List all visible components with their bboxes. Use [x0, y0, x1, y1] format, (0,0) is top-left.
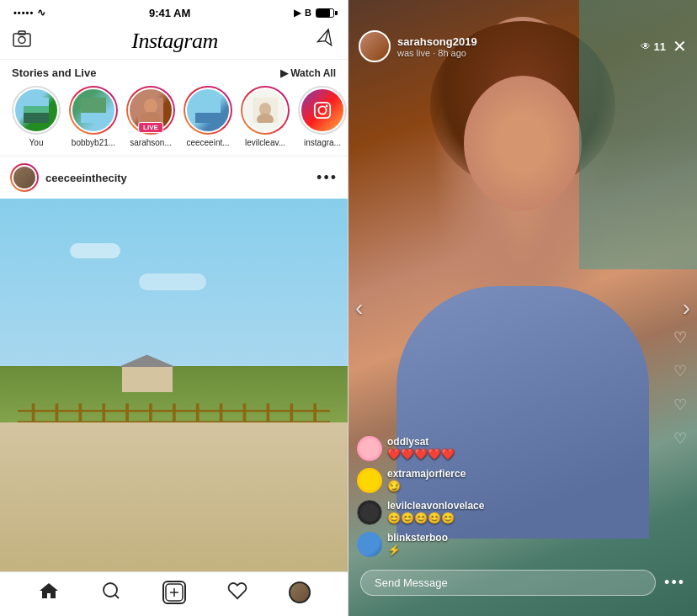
right-panel: sarahsong2019 was live · 8h ago 👁 11 ✕ ‹… — [348, 0, 697, 616]
svg-point-20 — [326, 105, 328, 108]
svg-rect-14 — [195, 113, 221, 123]
bottom-nav — [0, 571, 348, 616]
live-nav-left-button[interactable]: ‹ — [355, 295, 363, 321]
story-avatar-wrap-bobby — [69, 86, 118, 135]
story-avatar-wrap-instagram — [298, 86, 347, 135]
wifi-icon: ∿ — [37, 7, 45, 19]
story-username-ceecee: ceeceeint... — [186, 138, 229, 147]
story-username-sarah: sarahson... — [130, 138, 171, 147]
comment-avatar-2 — [357, 468, 382, 493]
status-time: 9:41 AM — [149, 7, 190, 19]
battery-icon — [316, 8, 334, 18]
stories-header: Stories and Live ▶ Watch All — [0, 60, 348, 82]
send-message-input[interactable]: Send Message — [360, 570, 656, 596]
comment-msg-3: 😊😊😊😊😊 — [387, 512, 484, 524]
story-item-bobby[interactable]: bobbyb21... — [69, 86, 118, 147]
story-username-instagram: instagra... — [304, 138, 341, 147]
story-item-you[interactable]: You — [12, 86, 61, 147]
heart-3: ♡ — [673, 396, 687, 414]
signal-dots: ••••• — [13, 8, 34, 18]
svg-rect-7 — [24, 106, 49, 113]
post-header: ceeceeinthecity ••• — [0, 156, 348, 199]
live-badge-sarah: LIVE — [138, 122, 163, 133]
comment-text-4: blinksterboo ⚡ — [387, 532, 448, 556]
cloud2 — [139, 273, 206, 290]
status-bar: ••••• ∿ 9:41 AM ▶ B — [0, 0, 348, 24]
live-status: was live · 8h ago — [397, 48, 477, 58]
story-avatar-ceecee — [185, 88, 231, 133]
story-avatar-you — [13, 88, 59, 133]
story-avatar-wrap-you — [12, 86, 61, 135]
post-user: ceeceeinthecity — [10, 163, 127, 192]
post-avatar-ring — [10, 163, 39, 192]
comment-user-1: oddlysat — [387, 436, 455, 448]
story-item-levil[interactable]: levilcleav... — [241, 86, 290, 147]
post-username[interactable]: ceeceeinthecity — [45, 172, 127, 184]
comment-avatar-4 — [357, 532, 382, 557]
story-item-sarah[interactable]: LIVE sarahson... — [126, 86, 175, 147]
home-nav-button[interactable] — [38, 581, 60, 604]
heart-nav-button[interactable] — [227, 581, 247, 604]
comment-avatar-3 — [357, 500, 382, 525]
live-viewer-count: 👁 11 — [641, 40, 666, 53]
heart-1: ♡ — [673, 328, 687, 347]
comment-user-4: blinksterboo — [387, 532, 448, 544]
story-item-instagram[interactable]: instagra... — [298, 86, 347, 147]
svg-rect-9 — [81, 113, 106, 123]
house — [122, 367, 173, 392]
live-header: sarahsong2019 was live · 8h ago 👁 11 ✕ — [348, 0, 697, 69]
live-close-button[interactable]: ✕ — [673, 36, 687, 56]
live-name-block: sarahsong2019 was live · 8h ago — [397, 35, 477, 58]
search-nav-button[interactable] — [101, 581, 121, 604]
comment-msg-4: ⚡ — [387, 544, 448, 556]
comment-text-3: levilcleavonlovelace 😊😊😊😊😊 — [387, 500, 484, 524]
live-more-button[interactable]: ••• — [664, 574, 685, 592]
stories-label: Stories and Live — [12, 66, 96, 79]
viewer-number: 11 — [654, 40, 666, 53]
send-icon[interactable] — [313, 27, 341, 56]
svg-point-11 — [144, 98, 157, 114]
post-more-button[interactable]: ••• — [317, 170, 338, 185]
svg-rect-0 — [13, 34, 30, 46]
floating-hearts: ♡ ♡ ♡ ♡ — [673, 328, 687, 448]
profile-nav-button[interactable] — [289, 581, 311, 603]
comment-row-3: levilcleavonlovelace 😊😊😊😊😊 — [357, 500, 655, 525]
story-item-ceecee[interactable]: ceeceeint... — [184, 86, 232, 147]
live-user-avatar[interactable] — [359, 30, 391, 62]
cloud1 — [70, 243, 120, 258]
story-avatar-levil — [242, 88, 288, 133]
heart-4: ♡ — [673, 429, 687, 448]
left-panel: ••••• ∿ 9:41 AM ▶ B Instagram — [0, 0, 348, 616]
comment-avatar-1 — [357, 436, 382, 461]
live-user-info: sarahsong2019 was live · 8h ago — [359, 30, 641, 62]
comment-msg-1: ❤️❤️❤️❤️❤️ — [387, 448, 455, 460]
beach-scene — [0, 199, 348, 571]
svg-rect-6 — [24, 111, 49, 123]
comment-row-4: blinksterboo ⚡ — [357, 532, 655, 557]
eye-icon: 👁 — [641, 40, 651, 52]
bluetooth-icon: B — [305, 8, 311, 18]
story-username-you: You — [29, 138, 44, 147]
svg-point-36 — [104, 583, 117, 597]
post-image — [0, 199, 348, 571]
svg-rect-18 — [315, 103, 330, 118]
status-left: ••••• ∿ — [13, 7, 45, 19]
comment-user-2: extramajorfierce — [387, 468, 466, 480]
comment-text-2: extramajorfierce 😏 — [387, 468, 466, 492]
add-nav-button[interactable] — [162, 581, 186, 604]
story-avatar-wrap-levil — [241, 86, 290, 135]
story-avatar-wrap-ceecee — [184, 86, 232, 135]
comment-row-2: extramajorfierce 😏 — [357, 468, 655, 493]
comment-row-1: oddlysat ❤️❤️❤️❤️❤️ — [357, 436, 655, 461]
story-avatar-bobby — [71, 88, 116, 133]
app-logo: Instagram — [131, 29, 217, 54]
camera-icon[interactable] — [12, 29, 32, 53]
live-bottom-bar: Send Message ••• — [348, 561, 697, 616]
stories-row: You bobbyb21... — [0, 82, 348, 156]
sand — [0, 422, 348, 571]
story-username-levil: levilcleav... — [245, 138, 285, 147]
live-nav-right-button[interactable]: › — [683, 295, 690, 321]
watch-all-button[interactable]: ▶ Watch All — [280, 67, 336, 79]
svg-line-37 — [114, 595, 118, 598]
comment-user-3: levilcleavonlovelace — [387, 500, 484, 512]
